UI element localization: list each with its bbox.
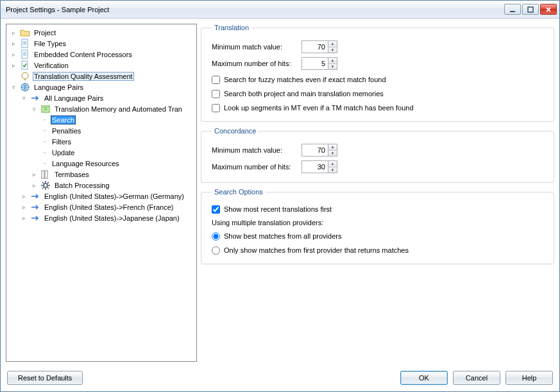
chk-show-recent[interactable]: Show most recent translations first — [212, 202, 547, 216]
help-button[interactable]: Help — [505, 371, 553, 385]
svg-line-18 — [42, 187, 44, 189]
tree-item-pair-fr: ▹English (United States)->French (France… — [19, 201, 196, 212]
legend-search-options: Search Options — [212, 188, 266, 196]
tree-item-search: ┄Search — [40, 114, 196, 125]
group-search-options: Search Options Show most recent translat… — [201, 188, 554, 264]
chevron-right-icon[interactable]: ▹ — [31, 171, 38, 178]
conc-min-match-spinner[interactable]: ▲▼ — [301, 144, 337, 157]
trans-min-match-input[interactable] — [302, 41, 328, 53]
spin-down-icon[interactable]: ▼ — [328, 167, 337, 173]
trans-max-hits-input[interactable] — [302, 58, 328, 69]
arrow-right-icon — [30, 213, 40, 223]
svg-line-15 — [42, 182, 44, 183]
svg-rect-1 — [528, 7, 533, 12]
label-trans-min-match: Minimum match value: — [212, 43, 301, 51]
radio-best-matches[interactable]: Show best matches from all providers — [212, 229, 547, 243]
tree-item-language-pairs: ▿Language Pairs ▿All Language Pairs ▿Tra… — [9, 81, 196, 223]
spin-down-icon[interactable]: ▼ — [328, 47, 337, 53]
badge-icon — [20, 71, 30, 81]
chevron-right-icon[interactable]: ▹ — [21, 192, 28, 200]
folder-open-icon — [20, 28, 30, 38]
svg-point-5 — [22, 72, 28, 79]
spin-up-icon[interactable]: ▲ — [328, 41, 337, 47]
conc-max-hits-input[interactable] — [302, 161, 328, 173]
dialog-window: Project Settings - Sample Project ▹Proje… — [0, 0, 560, 392]
content-pane: Translation Minimum match value: ▲▼ Maxi… — [201, 24, 554, 362]
trans-min-match-spinner[interactable]: ▲▼ — [301, 40, 337, 53]
tree-item-penalties: ┄Penalties — [40, 125, 196, 136]
tree-item-lang-resources: ┄Language Resources — [40, 158, 196, 169]
spin-down-icon[interactable]: ▼ — [328, 64, 337, 70]
chk-fuzzy[interactable]: Search for fuzzy matches even if exact m… — [212, 72, 547, 87]
label-multi-providers: Using multiple translation providers: — [212, 219, 547, 226]
tm-icon — [40, 104, 51, 114]
tree-item-update: ┄Update — [40, 147, 196, 158]
svg-rect-7 — [42, 106, 49, 112]
globe-icon — [20, 82, 30, 92]
group-concordance: Concordance Minimum match value: ▲▼ Maxi… — [201, 127, 554, 183]
reset-defaults-button[interactable]: Reset to Defaults — [7, 371, 83, 385]
arrow-right-icon — [30, 93, 40, 103]
svg-line-17 — [47, 182, 49, 183]
label-conc-min-match: Minimum match value: — [212, 146, 301, 154]
conc-max-hits-spinner[interactable]: ▲▼ — [301, 160, 337, 173]
chevron-right-icon[interactable]: ▹ — [21, 203, 28, 210]
window-title: Project Settings - Sample Project — [6, 6, 503, 13]
chevron-right-icon[interactable]: ▹ — [10, 62, 17, 69]
tree-item-batch: ▹Batch Processing — [30, 180, 196, 191]
dialog-footer: Reset to Defaults OK Cancel Help — [1, 367, 559, 391]
spin-up-icon[interactable]: ▲ — [328, 58, 337, 64]
chevron-right-icon[interactable]: ▹ — [10, 29, 17, 36]
chevron-down-icon[interactable]: ▿ — [31, 105, 38, 112]
tree-item-filters: ┄Filters — [40, 136, 196, 147]
settings-tree[interactable]: ▹Project ▹File Types ▹Embedded Content P… — [6, 24, 197, 362]
tree-item-embedded: ▹Embedded Content Processors — [9, 49, 196, 60]
close-button[interactable] — [540, 4, 557, 15]
maximize-button[interactable] — [522, 4, 539, 15]
spin-up-icon[interactable]: ▲ — [328, 144, 337, 151]
legend-translation: Translation — [212, 24, 251, 31]
label-conc-max-hits: Maximum number of hits: — [212, 163, 301, 171]
tree-item-termbases: ▹Termbases — [30, 169, 196, 180]
chk-mt-lookup[interactable]: Look up segments in MT even if a TM matc… — [212, 101, 547, 115]
group-translation: Translation Minimum match value: ▲▼ Maxi… — [201, 24, 554, 122]
legend-concordance: Concordance — [212, 127, 259, 135]
tree-item-pair-de: ▹English (United States)->German (German… — [19, 191, 196, 201]
document-icon — [20, 49, 30, 60]
svg-line-16 — [47, 187, 49, 189]
svg-rect-8 — [42, 171, 44, 178]
document-icon — [20, 38, 30, 49]
radio-first-provider[interactable]: Only show matches from first provider th… — [212, 243, 547, 257]
trans-max-hits-spinner[interactable]: ▲▼ — [301, 57, 337, 70]
tree-item-verification: ▹Verification — [9, 60, 196, 71]
svg-point-10 — [44, 183, 47, 187]
label-trans-max-hits: Maximum number of hits: — [212, 60, 301, 67]
svg-rect-4 — [22, 61, 28, 69]
tree-item-all-language-pairs: ▿All Language Pairs ▿Translation Memory … — [19, 92, 196, 191]
arrow-right-icon — [30, 191, 40, 201]
svg-rect-0 — [510, 11, 515, 12]
cancel-button[interactable]: Cancel — [453, 371, 500, 385]
chevron-right-icon[interactable]: ▹ — [10, 40, 17, 47]
arrow-right-icon — [30, 202, 40, 212]
conc-min-match-input[interactable] — [302, 144, 328, 156]
spin-up-icon[interactable]: ▲ — [328, 161, 337, 167]
termbase-icon — [40, 169, 51, 180]
tree-item-tm-automated: ▿Translation Memory and Automated Tran ┄… — [30, 103, 196, 169]
minimize-button[interactable] — [504, 4, 521, 15]
chevron-right-icon[interactable]: ▹ — [31, 182, 38, 189]
tree-item-pair-ja: ▹English (United States)->Japanese (Japa… — [19, 212, 196, 223]
chevron-down-icon[interactable]: ▿ — [21, 94, 28, 101]
check-document-icon — [20, 60, 30, 71]
tree-item-project: ▹Project — [9, 27, 196, 38]
gear-icon — [40, 180, 51, 191]
chevron-right-icon[interactable]: ▹ — [10, 51, 17, 58]
svg-rect-9 — [45, 171, 47, 178]
spin-down-icon[interactable]: ▼ — [328, 151, 337, 157]
tree-item-tqa: ▹Translation Quality Assessment — [9, 71, 196, 81]
ok-button[interactable]: OK — [400, 371, 448, 385]
titlebar[interactable]: Project Settings - Sample Project — [1, 1, 559, 19]
chevron-down-icon[interactable]: ▿ — [10, 83, 17, 90]
chk-both-memories[interactable]: Search both project and main translation… — [212, 87, 547, 101]
chevron-right-icon[interactable]: ▹ — [21, 214, 28, 221]
